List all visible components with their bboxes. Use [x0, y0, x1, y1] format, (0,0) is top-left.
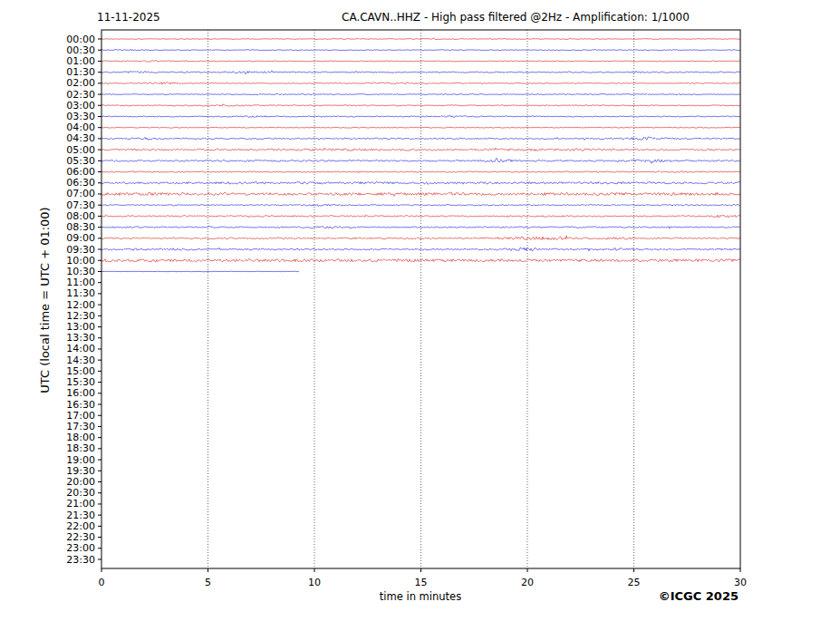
y-tick-label: 00:00: [66, 34, 95, 45]
y-tick-label: 04:00: [66, 121, 95, 133]
y-tick-label: 04:30: [66, 132, 95, 144]
y-tick-label: 18:30: [66, 442, 95, 454]
x-tick-label: 10: [308, 577, 321, 588]
y-tick-label: 20:00: [66, 476, 95, 488]
y-tick-label: 21:00: [66, 498, 95, 510]
y-tick-label: 10:30: [66, 266, 95, 277]
y-tick-label: 06:00: [66, 166, 95, 178]
y-tick-label: 00:30: [66, 44, 95, 56]
y-tick-label: 22:00: [66, 520, 95, 532]
y-tick-label: 15:00: [66, 365, 95, 377]
y-tick-label: 06:30: [66, 177, 95, 189]
x-axis-label: time in minutes: [380, 590, 461, 603]
y-tick-label: 05:30: [66, 155, 95, 167]
y-tick-label: 02:00: [66, 77, 95, 89]
trace-row-0700: [101, 192, 740, 196]
y-tick-label: 17:30: [66, 421, 95, 432]
y-tick-label: 14:30: [66, 354, 95, 366]
x-tick-label: 20: [521, 577, 534, 588]
x-tick-label: 15: [415, 577, 428, 588]
y-tick-label: 23:00: [66, 542, 95, 554]
y-tick-label: 05:00: [66, 144, 95, 156]
trace-row-0600: [101, 170, 740, 172]
x-tick-label: 5: [205, 577, 211, 588]
trace-row-0630: [101, 181, 740, 184]
y-tick-label: 01:30: [66, 66, 95, 78]
trace-row-0230: [101, 93, 740, 95]
y-tick-label: 03:30: [66, 111, 95, 122]
y-tick-label: 02:30: [66, 89, 95, 101]
y-tick-label: 19:30: [66, 465, 95, 477]
trace-row-1030: [101, 271, 299, 272]
trace-row-0300: [101, 104, 740, 106]
y-tick-label: 01:00: [66, 55, 95, 67]
y-tick-label: 17:00: [66, 410, 95, 422]
y-tick-label: 15:30: [66, 376, 95, 388]
trace-row-0330: [101, 115, 740, 117]
y-tick-label: 07:30: [66, 199, 95, 211]
y-tick-label: 13:30: [66, 332, 95, 344]
y-tick-label: 12:00: [66, 299, 95, 311]
helicorder-plot: 00:0000:3001:0001:3002:0002:3003:0003:30…: [0, 0, 840, 631]
y-tick-label: 18:00: [66, 432, 95, 443]
x-tick-label: 25: [628, 577, 641, 588]
y-tick-label: 16:30: [66, 399, 95, 411]
y-tick-label: 23:30: [66, 554, 95, 566]
y-tick-label: 13:00: [66, 321, 95, 333]
y-tick-label: 16:00: [66, 387, 95, 399]
y-tick-label: 14:00: [66, 343, 95, 354]
y-tick-label: 22:30: [66, 531, 95, 543]
trace-row-0430: [101, 137, 740, 140]
y-tick-label: 07:00: [66, 188, 95, 199]
trace-row-0530: [101, 158, 740, 163]
y-tick-label: 21:30: [66, 510, 95, 521]
y-tick-label: 19:00: [66, 454, 95, 466]
y-tick-label: 10:00: [66, 255, 95, 267]
y-tick-label: 08:00: [66, 210, 95, 222]
y-tick-label: 09:00: [66, 232, 95, 244]
copyright-credit: ©ICGC 2025: [659, 589, 739, 603]
y-tick-label: 03:00: [66, 100, 95, 112]
y-tick-label: 20:30: [66, 487, 95, 499]
y-tick-label: 11:00: [66, 277, 95, 288]
x-tick-label: 0: [99, 577, 105, 588]
x-tick-label: 30: [734, 577, 747, 588]
y-tick-label: 11:30: [66, 287, 95, 299]
y-tick-label: 09:30: [66, 244, 95, 256]
y-tick-label: 08:30: [66, 221, 95, 233]
y-tick-label: 12:30: [66, 310, 95, 322]
seismogram-page: 11-11-2025 CA.CAVN..HHZ - High pass filt…: [0, 0, 840, 631]
trace-row-0900: [101, 236, 740, 239]
